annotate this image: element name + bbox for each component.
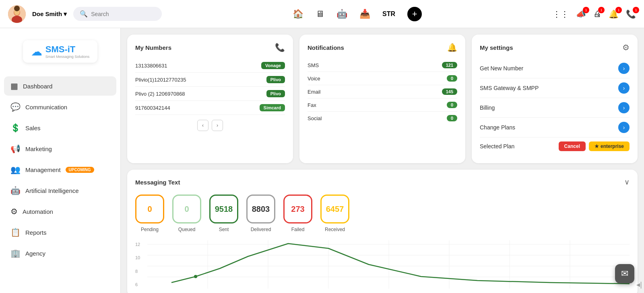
my-numbers-card: My Numbers 📞 13133806631 Vonage Plivio(1… — [127, 35, 293, 163]
setting-row-3: Change Plans › — [480, 118, 630, 137]
logo-text: SMS-iT — [45, 44, 76, 54]
notif-row-sms: SMS 121 — [308, 59, 457, 72]
stat-circle-received: 6457 — [320, 195, 349, 223]
sidebar-item-label: Dashboard — [23, 83, 52, 90]
sidebar-item-ai[interactable]: 🤖 Artificial Intelligence — [4, 181, 116, 200]
home-icon[interactable]: 🏠 — [293, 9, 303, 19]
top-nav: Doe Smith ▾ 🔍 🏠 🖥 🤖 📥 STR + ⋮⋮ 📣 1 🖨 1 🔔… — [0, 0, 644, 28]
sidebar: ☁ SMS-iT Smart Messaging Solutions ▦ Das… — [0, 28, 121, 293]
sidebar-item-agency[interactable]: 🏢 Agency — [4, 244, 116, 263]
megaphone-icon: 📢 — [10, 144, 21, 154]
phone-card-icon: 📞 — [275, 43, 285, 52]
search-input[interactable] — [91, 11, 155, 17]
sidebar-item-label: Marketing — [25, 145, 52, 152]
main-layout: ☁ SMS-iT Smart Messaging Solutions ▦ Das… — [0, 28, 644, 293]
notif-row-voice: Voice 0 — [308, 72, 457, 85]
megaphone-badge: 1 — [583, 7, 589, 13]
grid-icon: ▦ — [10, 81, 18, 91]
number-text: Plivo (2) 1206970868 — [135, 91, 185, 97]
chat-float-icon: ✉ — [621, 268, 628, 279]
user-name[interactable]: Doe Smith ▾ — [32, 10, 67, 18]
phone-nav[interactable]: 📞 1 — [626, 9, 636, 19]
notif-label: Email — [308, 89, 321, 95]
number-text: 13133806631 — [135, 63, 167, 69]
sidebar-item-management[interactable]: 👥 Management UPCOMING — [4, 160, 116, 179]
collapse-icon[interactable]: ∨ — [624, 178, 630, 186]
sidebar-item-communication[interactable]: 💬 Communication — [4, 97, 116, 117]
setting-arrow-0[interactable]: › — [618, 63, 630, 74]
inbox-icon[interactable]: 📥 — [359, 9, 370, 19]
logo-icon: ☁ — [31, 45, 42, 58]
setting-row-2: Billing › — [480, 98, 630, 118]
stat-label-failed: Failed — [291, 227, 305, 232]
y-label-8: 8 — [135, 269, 147, 274]
y-label-10: 10 — [135, 255, 147, 260]
notif-count: 0 — [447, 115, 457, 121]
number-row-3: Plivo (2) 1206970868 Plivo — [135, 87, 285, 101]
printer-nav[interactable]: 🖨 1 — [593, 9, 601, 18]
stat-circle-queued: 0 — [172, 195, 201, 223]
setting-arrow-1[interactable]: › — [618, 82, 630, 94]
ai-icon: 🤖 — [10, 186, 21, 195]
sidebar-item-reports[interactable]: 📋 Reports — [4, 223, 116, 242]
float-chat-button[interactable]: ✉ — [615, 264, 634, 283]
setting-row-0: Get New Number › — [480, 59, 630, 78]
stat-circle-pending: 0 — [135, 195, 164, 223]
nav-arrows: ‹ › — [135, 120, 285, 131]
stat-label-received: Received — [325, 227, 345, 232]
notif-count: 145 — [442, 88, 457, 95]
logo-area: ☁ SMS-iT Smart Messaging Solutions — [4, 36, 116, 67]
sidebar-item-automation[interactable]: ⚙ Automation — [4, 202, 116, 221]
messaging-title: Messaging Text — [135, 179, 180, 186]
grid-icon[interactable]: ⋮⋮ — [553, 9, 569, 19]
sidebar-item-dashboard[interactable]: ▦ Dashboard — [4, 76, 116, 96]
megaphone-nav[interactable]: 📣 1 — [576, 9, 586, 19]
number-row-2: Plivio(1)12012770235 Plivo — [135, 73, 285, 87]
next-arrow[interactable]: › — [212, 120, 223, 131]
avatar — [8, 5, 26, 23]
chat-icon: 💬 — [10, 102, 21, 112]
my-settings-header: My settings ⚙ — [480, 43, 630, 52]
notif-row-fax: Fax 0 — [308, 98, 457, 112]
chart-svg — [147, 240, 630, 289]
my-settings-card: My settings ⚙ Get New Number › SMS Gatew… — [472, 35, 638, 163]
provider-badge: Vonage — [261, 62, 285, 69]
sidebar-item-sales[interactable]: 💲 Sales — [4, 118, 116, 137]
chart-line — [171, 244, 630, 285]
gear-icon: ⚙ — [10, 207, 18, 216]
setting-arrow-3[interactable]: › — [618, 122, 630, 133]
str-label[interactable]: STR — [382, 10, 395, 18]
chevron-down-icon: ▾ — [64, 10, 67, 18]
stat-label-sent: Sent — [219, 227, 229, 232]
prev-arrow[interactable]: ‹ — [197, 120, 208, 131]
bell-nav[interactable]: 🔔 1 — [609, 9, 619, 19]
setting-row-1: SMS Gateway & SMPP › — [480, 78, 630, 98]
enterprise-plan-button[interactable]: ★ enterprise — [589, 141, 630, 151]
setting-arrow-2[interactable]: › — [618, 102, 630, 113]
robot-icon[interactable]: 🤖 — [336, 9, 347, 19]
stat-circle-delivered: 8803 — [246, 195, 275, 223]
notifications-card: Notifications 🔔 SMS 121 Voice 0 Email 14… — [299, 35, 465, 163]
setting-label: SMS Gateway & SMPP — [480, 85, 539, 91]
stat-label-delivered: Delivered — [251, 227, 271, 232]
stat-queued: 0 Queued — [172, 195, 201, 232]
stat-circle-failed: 273 — [283, 195, 312, 223]
logo-sub: Smart Messaging Solutions — [45, 55, 90, 59]
monitor-icon[interactable]: 🖥 — [316, 9, 324, 19]
stat-pending: 0 Pending — [135, 195, 164, 232]
number-row-4: 917600342144 Simcard — [135, 101, 285, 115]
sidebar-item-label: Artificial Intelligence — [25, 187, 79, 194]
sidebar-item-label: Sales — [25, 125, 41, 131]
star-icon: ★ — [594, 143, 599, 149]
setting-label: Get New Number — [480, 65, 523, 72]
stat-received: 6457 Received — [320, 195, 349, 232]
notifications-header: Notifications 🔔 — [308, 43, 457, 52]
sidebar-item-label: Automation — [23, 208, 53, 215]
setting-label: Change Plans — [480, 124, 515, 131]
sidebar-item-marketing[interactable]: 📢 Marketing — [4, 139, 116, 158]
nav-right: ⋮⋮ 📣 1 🖨 1 🔔 1 📞 1 — [553, 9, 636, 19]
plus-button[interactable]: + — [407, 7, 422, 21]
search-bar[interactable]: 🔍 — [73, 7, 162, 21]
cancel-plan-button[interactable]: Cancel — [559, 141, 586, 151]
notifications-title: Notifications — [308, 44, 344, 51]
